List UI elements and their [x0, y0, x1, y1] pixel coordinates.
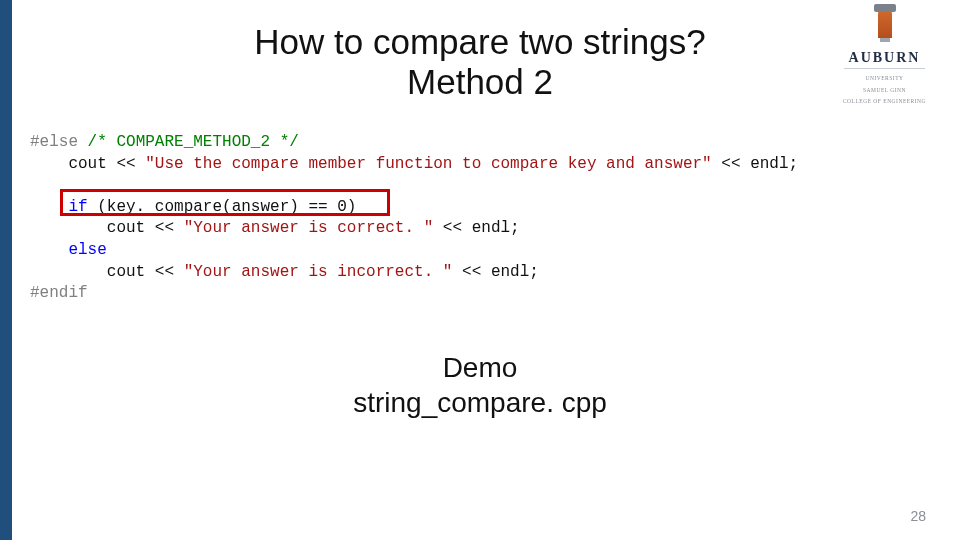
logo-name: AUBURN — [827, 50, 942, 66]
logo-sub-1: UNIVERSITY — [827, 75, 942, 83]
code-text: (key. compare(answer) == 0) — [88, 198, 357, 216]
code-text: cout << — [30, 155, 145, 173]
code-keyword-else: else — [68, 241, 106, 259]
demo-caption: Demo string_compare. cpp — [0, 350, 960, 420]
code-snippet: #else /* COMPARE_METHOD_2 */ cout << "Us… — [30, 132, 798, 305]
code-text: << endl; — [712, 155, 798, 173]
title-line-1: How to compare two strings? — [254, 22, 705, 61]
page-number: 28 — [910, 508, 926, 524]
code-string: "Your answer is incorrect. " — [184, 263, 453, 281]
code-text: cout << — [30, 219, 184, 237]
code-string: "Your answer is correct. " — [184, 219, 434, 237]
logo-sub-2: SAMUEL GINN — [827, 87, 942, 95]
code-indent — [30, 198, 68, 216]
title-line-2: Method 2 — [0, 62, 960, 102]
logo-tower-icon — [827, 10, 942, 46]
slide-title: How to compare two strings? Method 2 — [0, 22, 960, 103]
demo-line-1: Demo — [0, 350, 960, 385]
code-string: "Use the compare member function to comp… — [145, 155, 712, 173]
code-keyword-if: if — [68, 198, 87, 216]
code-text: << endl; — [433, 219, 519, 237]
code-preproc-endif: #endif — [30, 284, 88, 302]
code-preproc-else: #else — [30, 133, 78, 151]
code-indent — [30, 241, 68, 259]
code-comment: /* COMPARE_METHOD_2 */ — [78, 133, 299, 151]
logo-sub-3: COLLEGE OF ENGINEERING — [827, 98, 942, 106]
code-text: cout << — [30, 263, 184, 281]
university-logo: AUBURN UNIVERSITY SAMUEL GINN COLLEGE OF… — [827, 10, 942, 106]
code-text: << endl; — [452, 263, 538, 281]
demo-line-2: string_compare. cpp — [0, 385, 960, 420]
logo-divider — [844, 68, 925, 69]
